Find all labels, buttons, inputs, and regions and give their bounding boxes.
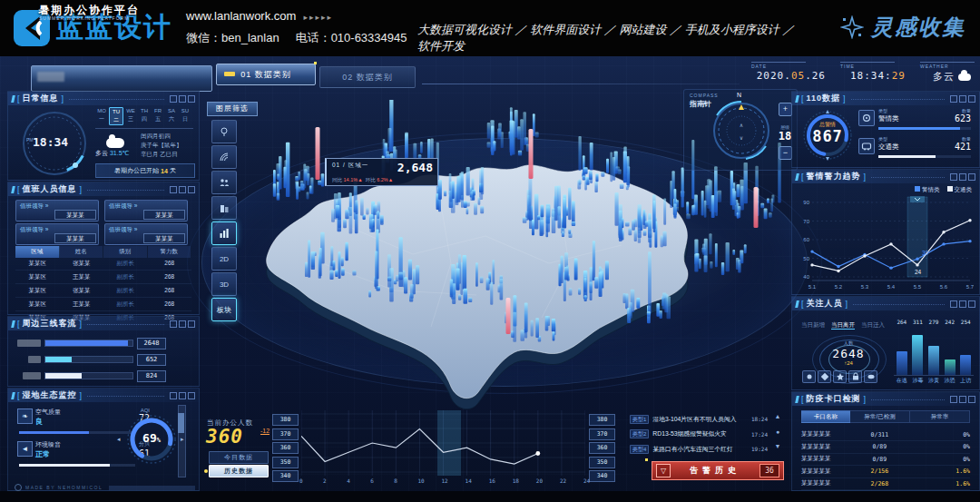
checkpoint-tab[interactable]: 异常/已检测: [850, 410, 910, 423]
zoom-in-button[interactable]: +: [779, 103, 792, 116]
lunar-line: 辛巳月 乙巳日: [141, 150, 182, 159]
alert-item[interactable]: 类型4某路口有小汽车连闯三个红灯19:24: [630, 443, 768, 455]
svg-text:24: 24: [915, 269, 922, 275]
alert-item[interactable]: 类型1湿地3-104片区有不明人员闯入18:24: [630, 413, 768, 425]
checkpoint-tabs[interactable]: 卡口名称异常/已检测异常率: [801, 410, 970, 423]
layer-tool-mode-2d[interactable]: 2D: [211, 247, 237, 271]
alert-scroll-dot[interactable]: ●: [773, 428, 782, 435]
noise-label: 环境噪音正常: [35, 440, 61, 459]
focus-filter-icon[interactable]: [818, 370, 831, 383]
flow-value: 824: [137, 370, 166, 382]
office-xtick: 2: [323, 477, 327, 484]
alert-item[interactable]: 类型2RD13-53烟感报警疑似火灾17:24: [630, 428, 768, 440]
tooltip-title: 01 / 区域一: [332, 162, 368, 170]
window-controls[interactable]: [950, 95, 975, 103]
alert-scroll-down[interactable]: ▼: [773, 443, 782, 449]
office-ytick: 370: [589, 428, 615, 440]
office-xtick: 14: [466, 477, 472, 484]
office-ytick: 340: [272, 470, 299, 482]
duty-leader-card[interactable]: 值班领导 »某某某: [15, 223, 99, 245]
panel-eco-monitor: [湿地生态监控] ❧ 空气质量良 AQI72 ◄ 环境噪音正常 分贝61 69%…: [7, 388, 200, 491]
week-day: FR五: [152, 107, 164, 125]
trend-line-chart: 907060504030245.15.25.35.45.55.65.7: [798, 195, 974, 291]
history-data-button[interactable]: 历史数据: [209, 465, 269, 477]
layer-tool-camera[interactable]: [211, 120, 237, 143]
window-controls[interactable]: [950, 173, 975, 181]
eco-slider[interactable]: [178, 405, 186, 477]
censored-label: [28, 356, 41, 363]
weather-widget: WEATHER 多云: [915, 62, 975, 85]
type-row-交通类: 类型交通类数量421: [858, 136, 971, 160]
slider-handle[interactable]: [178, 413, 184, 433]
window-controls[interactable]: [170, 95, 195, 103]
gauge-arrow-left[interactable]: ◂: [117, 436, 121, 443]
tab-data-category-1[interactable]: 01 数据类别: [216, 64, 316, 85]
focus-filter-icon[interactable]: [802, 370, 816, 383]
compass-dial[interactable]: ∧ ∨: [710, 99, 773, 162]
window-controls[interactable]: [950, 396, 975, 403]
office-count-value: 360: [206, 426, 243, 448]
duty-table-row: 某某区张某某副所长268: [15, 257, 191, 271]
layer-tool-people[interactable]: [211, 171, 237, 194]
arrows-decor: ▸▸▸▸▸: [303, 13, 333, 22]
alarm-icon: [858, 110, 875, 126]
layer-tool-mode-block[interactable]: 板块: [211, 298, 237, 321]
office-xtick: 24: [583, 477, 590, 484]
focus-filter-icon[interactable]: [848, 370, 862, 383]
office-xtick: 22: [560, 477, 566, 484]
inspiration-collect[interactable]: 灵感收集: [840, 13, 965, 42]
today-data-button[interactable]: 今日数据: [209, 451, 269, 464]
censored-logo: [37, 72, 64, 82]
svg-text:∨: ∨: [740, 135, 743, 141]
duty-table-row: 某某区王某某副所长268: [15, 298, 191, 311]
window-controls[interactable]: [170, 186, 195, 193]
zoom-out-button[interactable]: −: [779, 146, 792, 160]
air-quality-bar: [19, 431, 135, 434]
focus-tab[interactable]: 当日迁入: [861, 321, 885, 328]
office-ytick: 380: [589, 414, 615, 426]
checkpoint-tab[interactable]: 异常率: [910, 410, 970, 423]
checkpoint-tab[interactable]: 卡口名称: [801, 410, 850, 423]
layer-tool-mode-3d[interactable]: 3D: [211, 272, 237, 296]
week-calendar: MO一TU二WE三TH四FR五SA六SU日: [95, 107, 195, 125]
alert-type-badge: 类型4: [630, 445, 649, 454]
focus-tab[interactable]: 当日离开: [831, 321, 855, 330]
focus-bar: 311涉毒: [910, 328, 926, 375]
checkpoint-row: 某某某某某2/1561.6%: [801, 466, 970, 478]
duty-leader-card[interactable]: 值班领导 »某某某: [104, 223, 188, 245]
tab-data-category-2[interactable]: 02 数据类别: [319, 66, 416, 88]
alert-history-banner[interactable]: ▽ 告警历史 36: [652, 461, 784, 480]
window-controls[interactable]: [170, 320, 195, 328]
svg-text:5.6: 5.6: [940, 284, 948, 290]
duty-table-row: 某某区王某某副所长268: [15, 271, 191, 284]
alert-type-badge: 类型1: [630, 415, 649, 424]
layer-tool-building[interactable]: [211, 196, 237, 220]
office-ytick: 350: [589, 457, 615, 468]
clock-time: 18:34: [33, 135, 78, 149]
panel-passenger-flow: [周边三线客流] 2648652824: [7, 316, 200, 387]
date-widget: DATE 2020.05.26: [746, 62, 829, 85]
noise-icon: ◄: [17, 441, 33, 457]
flow-value: 2648: [137, 338, 166, 349]
duty-leader-card[interactable]: 值班领导 »某某某: [104, 200, 188, 221]
layer-tool-stats[interactable]: [211, 221, 237, 245]
layer-tool-radar[interactable]: [211, 145, 237, 169]
focus-filter-icon[interactable]: [833, 370, 847, 383]
watermark: MADE BY NEHOMMICOL: [15, 484, 103, 491]
focus-bar: 242涉恐: [942, 328, 958, 375]
services-list: 大数据可视化设计 ／ 软件界面设计 ／ 网站建设 ／ 手机及小程序设计 ／ 软件…: [417, 22, 808, 54]
duty-leader-card[interactable]: 值班领导 »某某某: [15, 200, 99, 221]
alert-type-badge: 类型2: [630, 429, 649, 438]
focus-filter-icon[interactable]: [864, 370, 877, 383]
focus-tab[interactable]: 当日新增: [801, 321, 825, 328]
type-row-警情类: 类型警情类数量623: [858, 108, 971, 132]
window-controls[interactable]: [170, 392, 195, 399]
office-ytick: 360: [272, 442, 299, 454]
office-ytick: 350: [272, 457, 299, 468]
website-link[interactable]: www.lanlanwork.com▸▸▸▸▸: [186, 9, 333, 23]
flow-row: 824: [17, 369, 190, 382]
alert-scroll-up[interactable]: ▲: [773, 413, 782, 419]
window-controls[interactable]: [950, 300, 975, 308]
gauge-110-total: 867: [802, 127, 853, 145]
svg-text:∧: ∧: [740, 123, 743, 128]
